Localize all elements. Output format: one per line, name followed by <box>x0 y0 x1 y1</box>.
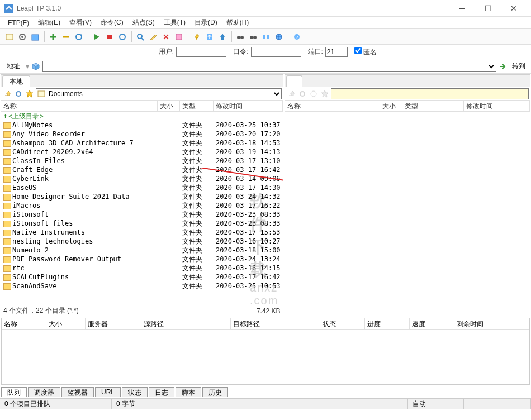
anonymous-checkbox-label[interactable]: 匿名 <box>354 47 377 57</box>
remote-fav-icon[interactable] <box>320 89 330 99</box>
menu-7[interactable]: 帮助(H) <box>222 17 254 28</box>
parent-dir-row[interactable]: ⬆<上级目录> <box>1 112 283 121</box>
bottom-tab-7[interactable]: 历史 <box>202 387 228 397</box>
queue-col-1[interactable]: 大小 <box>46 318 86 329</box>
file-row[interactable]: Numento 2文件夹2020-03-18 15:00 <box>1 246 283 255</box>
add-icon[interactable] <box>47 31 59 43</box>
remote-tab[interactable] <box>286 75 302 87</box>
queue-col-7[interactable]: 速度 <box>410 318 454 329</box>
remote-history-icon[interactable] <box>309 89 319 99</box>
menu-3[interactable]: 命令(C) <box>96 17 128 28</box>
col-name[interactable]: 名称 <box>1 101 158 111</box>
refresh-icon[interactable] <box>116 31 129 43</box>
remote-file-list[interactable] <box>285 112 530 306</box>
file-row[interactable]: PDF Password Remover Output文件夹2020-03-24… <box>1 255 283 264</box>
user-input[interactable] <box>176 47 226 57</box>
remove-icon[interactable] <box>60 31 72 43</box>
menu-1[interactable]: 编辑(E) <box>34 17 65 28</box>
file-row[interactable]: CyberLink文件夹2020-03-14 09:06 <box>1 174 283 183</box>
bottom-tab-1[interactable]: 调度器 <box>28 387 60 397</box>
svg-point-12 <box>240 36 244 39</box>
menu-2[interactable]: 查看(V) <box>65 17 96 28</box>
col-size[interactable]: 大小 <box>158 101 180 111</box>
queue-col-4[interactable]: 目标路径 <box>231 318 320 329</box>
bottom-tab-0[interactable]: 队列 <box>1 387 27 397</box>
col-type[interactable]: 类型 <box>180 101 214 111</box>
stop-icon[interactable] <box>103 31 116 43</box>
queue-col-8[interactable]: 剩余时间 <box>454 318 499 329</box>
binoculars2-icon[interactable] <box>247 31 259 43</box>
settings-icon[interactable] <box>16 31 29 43</box>
local-refresh-icon[interactable] <box>13 89 23 99</box>
file-row[interactable]: Native Instruments文件夹2020-03-17 15:53 <box>1 228 283 237</box>
file-row[interactable]: iMacros文件夹2020-03-17 16:22 <box>1 201 283 210</box>
lightning-icon[interactable] <box>191 31 203 43</box>
go-arrow-icon[interactable] <box>499 62 508 71</box>
remote-refresh-icon[interactable] <box>297 89 307 99</box>
rcol-name[interactable]: 名称 <box>285 101 380 111</box>
play-icon[interactable] <box>91 31 103 43</box>
address-input[interactable] <box>42 61 496 72</box>
queue-col-3[interactable]: 源路径 <box>141 318 231 329</box>
upload-icon[interactable] <box>203 31 216 43</box>
file-row[interactable]: rtc文件夹2020-03-16 14:15 <box>1 264 283 273</box>
local-path-input[interactable]: Documents <box>36 88 282 99</box>
help-icon[interactable]: ? <box>291 31 303 43</box>
bottom-tab-3[interactable]: URL <box>95 387 121 397</box>
anonymous-checkbox[interactable] <box>354 47 362 54</box>
edit-icon[interactable] <box>147 31 159 43</box>
calendar-icon[interactable] <box>29 31 41 43</box>
search-icon[interactable] <box>134 31 146 43</box>
menu-6[interactable]: 目录(D) <box>190 17 222 28</box>
rcol-type[interactable]: 类型 <box>402 101 464 111</box>
bottom-tab-5[interactable]: 日志 <box>149 387 174 397</box>
local-file-list[interactable]: ⬆<上级目录>AllMyNotes文件夹2020-03-25 10:37Any … <box>1 112 283 306</box>
bottom-tab-4[interactable]: 状态 <box>122 387 148 397</box>
menu-5[interactable]: 工具(T) <box>159 17 190 28</box>
rcol-date[interactable]: 修改时间 <box>464 101 530 111</box>
sites-icon[interactable] <box>3 31 16 43</box>
file-row[interactable]: Any Video Recorder文件夹2020-03-20 17:20 <box>1 130 283 139</box>
globe-icon[interactable] <box>273 31 285 43</box>
queue-col-5[interactable]: 状态 <box>320 318 365 329</box>
file-row[interactable]: AllMyNotes文件夹2020-03-25 10:37 <box>1 121 283 130</box>
queue-col-2[interactable]: 服务器 <box>86 318 141 329</box>
col-date[interactable]: 修改时间 <box>214 101 283 111</box>
file-row[interactable]: Craft Edge文件夹2020-03-17 16:42 <box>1 165 283 174</box>
queue-col-0[interactable]: 名称 <box>2 318 46 329</box>
file-row[interactable]: nesting technologies文件夹2020-03-16 10:27 <box>1 237 283 246</box>
compare-icon[interactable] <box>260 31 272 43</box>
maximize-button[interactable]: ☐ <box>475 0 501 17</box>
local-fav-icon[interactable] <box>25 89 35 99</box>
cube-icon[interactable] <box>31 62 40 71</box>
binoculars-icon[interactable] <box>234 31 246 43</box>
permissions-icon[interactable] <box>173 31 185 43</box>
file-row[interactable]: ClassIn Files文件夹2020-03-17 13:10 <box>1 156 283 165</box>
rcol-size[interactable]: 大小 <box>380 101 402 111</box>
menu-0[interactable]: FTP(F) <box>3 18 34 28</box>
local-tab[interactable]: 本地 <box>2 75 30 87</box>
refresh-queue-icon[interactable] <box>73 31 85 43</box>
password-input[interactable] <box>251 47 301 57</box>
menu-4[interactable]: 站点(S) <box>128 17 159 28</box>
file-row[interactable]: iStonsoft files文件夹2020-03-23 08:33 <box>1 219 283 228</box>
file-row[interactable]: Home Designer Suite 2021 Data文件夹2020-03-… <box>1 192 283 201</box>
file-row[interactable]: iStonsoft文件夹2020-03-23 08:33 <box>1 210 283 219</box>
minimize-button[interactable]: ─ <box>449 0 475 17</box>
file-row[interactable]: SCALCutPlugins文件夹2020-03-17 16:42 <box>1 273 283 281</box>
go-button[interactable]: 转到 <box>510 60 528 72</box>
queue-col-6[interactable]: 进度 <box>365 318 410 329</box>
file-row[interactable]: ScanAndSave文件夹2020-03-25 10:53 <box>1 281 283 290</box>
remote-up-icon[interactable] <box>286 89 296 99</box>
port-input[interactable] <box>325 47 348 57</box>
local-up-icon[interactable] <box>2 89 12 99</box>
bottom-tab-2[interactable]: 监视器 <box>61 387 94 397</box>
remote-path-input[interactable] <box>331 88 529 99</box>
close-button[interactable]: ✕ <box>501 0 527 17</box>
bottom-tab-6[interactable]: 脚本 <box>176 387 201 397</box>
delete-icon[interactable] <box>160 31 172 43</box>
download-icon[interactable] <box>216 31 229 43</box>
file-row[interactable]: Ashampoo 3D CAD Architecture 7文件夹2020-03… <box>1 139 283 147</box>
file-row[interactable]: CADdirect-20209.2x64文件夹2020-03-19 14:13 <box>1 147 283 156</box>
file-row[interactable]: EaseUS文件夹2020-03-17 14:30 <box>1 183 283 192</box>
